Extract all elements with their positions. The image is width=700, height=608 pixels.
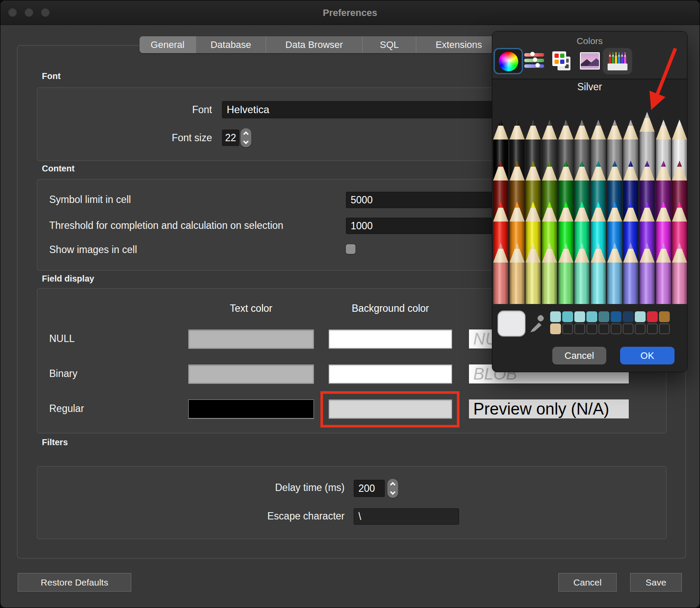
symbol-limit-label: Symbol limit in cell: [49, 194, 131, 206]
threshold-label: Threshold for completion and calculation…: [49, 220, 283, 231]
saved-swatch[interactable]: [550, 311, 561, 322]
selected-color-name: Silver: [492, 81, 687, 93]
stepper-up-icon[interactable]: [390, 482, 396, 488]
tab-database[interactable]: Database: [196, 36, 266, 53]
saved-swatch[interactable]: [611, 311, 621, 322]
tab-bar: GeneralDatabaseData BrowserSQLExtensions: [139, 36, 501, 53]
filters-groupbox: [37, 466, 667, 539]
empty-swatch-slot[interactable]: [659, 323, 670, 334]
text-color-swatch-binary[interactable]: [188, 364, 314, 383]
background-color-swatch-binary[interactable]: [329, 364, 452, 383]
font-section-label: Font: [42, 71, 60, 81]
pencil-r4c3[interactable]: [525, 242, 541, 304]
mode-color-sliders-button[interactable]: [524, 53, 545, 69]
save-button[interactable]: Save: [630, 573, 682, 592]
text-color-swatch-regular[interactable]: [188, 399, 314, 418]
field-row-label: NULL: [49, 333, 75, 345]
selected-color-well[interactable]: [497, 310, 526, 336]
show-images-label: Show images in cell: [49, 244, 137, 256]
mode-color-palettes-button[interactable]: [552, 51, 572, 71]
pencil-r4c6[interactable]: [574, 242, 590, 304]
tab-general[interactable]: General: [139, 36, 196, 53]
empty-swatch-slot[interactable]: [574, 323, 585, 334]
pencil-r4c12[interactable]: [671, 242, 687, 304]
saved-swatch[interactable]: [623, 311, 633, 322]
colors-cancel-button[interactable]: Cancel: [552, 347, 606, 364]
stepper-down-icon[interactable]: [390, 489, 396, 495]
empty-swatch-slot[interactable]: [562, 323, 573, 334]
background-color-column-header: Background color: [329, 303, 452, 314]
font-size-label: Font size: [126, 132, 212, 144]
empty-swatch-slot[interactable]: [586, 323, 597, 334]
delay-time-field[interactable]: [354, 480, 385, 497]
tab-extensions[interactable]: Extensions: [416, 36, 501, 53]
pencils-icon: [608, 51, 627, 71]
escape-character-field[interactable]: [354, 508, 459, 525]
text-color-column-header: Text color: [188, 303, 314, 314]
text-color-swatch-null[interactable]: [188, 329, 314, 348]
saved-swatch[interactable]: [599, 311, 609, 322]
mode-pencils-button[interactable]: [603, 48, 632, 74]
empty-swatch-slot[interactable]: [623, 323, 633, 334]
colors-panel: Colors: [492, 31, 687, 372]
pencil-r4c10[interactable]: [639, 242, 655, 304]
pencil-r4c4[interactable]: [542, 242, 557, 304]
saved-swatch[interactable]: [635, 311, 646, 322]
mode-image-palette-button[interactable]: [580, 52, 600, 70]
delay-time-stepper[interactable]: [387, 479, 398, 498]
pencil-r4c8[interactable]: [607, 242, 623, 304]
tab-sql[interactable]: SQL: [362, 36, 416, 53]
saved-swatch[interactable]: [574, 311, 585, 322]
palette-front-card-icon: [552, 51, 566, 66]
window-title: Preferences: [0, 0, 700, 25]
field-display-section-label: Field display: [42, 274, 94, 284]
background-color-swatch-null[interactable]: [329, 329, 452, 348]
saved-swatch[interactable]: [586, 311, 597, 322]
colors-ok-button[interactable]: OK: [620, 347, 675, 364]
restore-defaults-button[interactable]: Restore Defaults: [18, 573, 131, 592]
saved-swatch[interactable]: [550, 323, 561, 334]
mode-color-wheel-button[interactable]: [494, 48, 523, 74]
field-row-label: Binary: [49, 368, 77, 380]
empty-swatch-slot[interactable]: [611, 323, 621, 334]
field-row-label: Regular: [49, 403, 84, 415]
escape-character-label: Escape character: [215, 510, 345, 522]
screenshot-stage: Preferences GeneralDatabaseData BrowserS…: [0, 0, 700, 608]
image-palette-icon: [581, 53, 599, 69]
colors-panel-title: Colors: [492, 36, 687, 46]
window-titlebar: Preferences: [0, 0, 700, 25]
slider-knob-icon: [530, 52, 535, 56]
saved-swatch[interactable]: [562, 311, 573, 322]
filters-section-label: Filters: [42, 437, 68, 447]
annotation-highlight-rectangle: [320, 391, 459, 428]
empty-swatch-slot[interactable]: [599, 323, 609, 334]
pencil-r4c9[interactable]: [623, 242, 639, 304]
preview-regular: Preview only (N/A): [469, 399, 629, 418]
blue-slider-icon: [524, 64, 544, 68]
colors-panel-titlebar: Colors: [492, 32, 687, 79]
show-images-checkbox[interactable]: [346, 244, 355, 254]
stepper-up-icon[interactable]: [243, 131, 249, 137]
empty-swatch-slot[interactable]: [647, 323, 658, 334]
content-section-label: Content: [42, 164, 75, 174]
slider-knob-icon: [533, 57, 537, 62]
font-size-stepper[interactable]: [241, 128, 251, 147]
delay-time-label: Delay time (ms): [215, 482, 345, 494]
stepper-down-icon[interactable]: [243, 139, 249, 144]
empty-swatch-slot[interactable]: [635, 323, 646, 334]
saved-swatch[interactable]: [647, 311, 658, 322]
pencil-r4c7[interactable]: [590, 242, 606, 304]
color-wheel-icon: [499, 52, 518, 71]
saved-swatch[interactable]: [659, 311, 670, 322]
pencil-r4c5[interactable]: [558, 242, 574, 304]
eyedropper-icon[interactable]: [529, 314, 545, 333]
font-label: Font: [126, 104, 212, 116]
slider-knob-icon: [535, 63, 540, 67]
tab-data-browser[interactable]: Data Browser: [266, 36, 362, 53]
cancel-button[interactable]: Cancel: [558, 573, 617, 592]
pencil-r4c1[interactable]: [493, 242, 509, 304]
pencil-r4c11[interactable]: [656, 242, 671, 304]
font-size-field[interactable]: [222, 130, 239, 146]
pencil-r4c2[interactable]: [509, 242, 525, 304]
